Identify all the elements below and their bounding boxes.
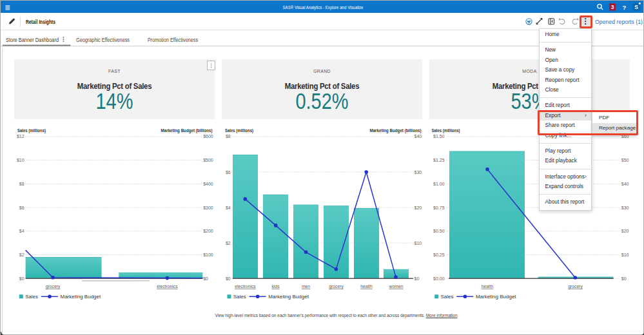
svg-text:$400: $400 bbox=[203, 182, 213, 186]
svg-text:$100: $100 bbox=[203, 253, 213, 257]
svg-text:$1.50: $1.50 bbox=[433, 134, 445, 139]
svg-text:health: health bbox=[360, 284, 373, 289]
svg-text:$30: $30 bbox=[621, 206, 629, 210]
svg-text:kids: kids bbox=[271, 284, 280, 289]
svg-text:$500: $500 bbox=[203, 158, 213, 162]
svg-text:$0: $0 bbox=[203, 276, 208, 281]
svg-text:$0: $0 bbox=[621, 276, 627, 281]
svg-text:$1.00: $1.00 bbox=[433, 182, 445, 186]
svg-text:Sales (millions): Sales (millions) bbox=[225, 128, 253, 133]
svg-text:$600: $600 bbox=[203, 134, 213, 139]
svg-text:women: women bbox=[389, 284, 404, 289]
svg-text:$300: $300 bbox=[203, 206, 213, 210]
svg-text:men: men bbox=[302, 284, 310, 289]
svg-text:$8: $8 bbox=[19, 182, 24, 186]
svg-text:$2: $2 bbox=[226, 241, 231, 245]
svg-text:$10: $10 bbox=[621, 253, 629, 257]
svg-text:$4: $4 bbox=[226, 206, 231, 210]
svg-text:$6: $6 bbox=[226, 170, 231, 175]
svg-text:electronics: electronics bbox=[157, 284, 178, 289]
svg-text:$10: $10 bbox=[17, 158, 24, 162]
svg-text:$30: $30 bbox=[415, 170, 422, 175]
svg-text:$0: $0 bbox=[226, 276, 231, 281]
svg-text:Marketing Budget: Marketing Budget bbox=[61, 294, 101, 300]
svg-text:$12: $12 bbox=[17, 134, 24, 139]
svg-text:grocery: grocery bbox=[329, 284, 344, 289]
svg-text:$200: $200 bbox=[203, 229, 213, 233]
svg-text:$20: $20 bbox=[415, 206, 422, 210]
svg-text:$0.25: $0.25 bbox=[433, 253, 445, 257]
svg-text:$0.75: $0.75 bbox=[433, 206, 445, 210]
svg-text:$0: $0 bbox=[415, 276, 420, 281]
svg-text:Sales (millions): Sales (millions) bbox=[432, 128, 460, 133]
svg-text:grocery: grocery bbox=[46, 284, 61, 289]
svg-text:$50: $50 bbox=[621, 158, 629, 162]
svg-text:$0: $0 bbox=[19, 276, 24, 281]
svg-text:$4: $4 bbox=[19, 229, 24, 233]
svg-text:Sales (millions): Sales (millions) bbox=[17, 128, 46, 133]
svg-text:Sales: Sales bbox=[233, 294, 246, 300]
svg-text:Sales: Sales bbox=[440, 294, 453, 300]
svg-text:Sales: Sales bbox=[25, 294, 38, 300]
svg-text:$20: $20 bbox=[621, 229, 629, 233]
svg-text:$0.50: $0.50 bbox=[433, 229, 445, 233]
svg-text:$8: $8 bbox=[226, 134, 231, 139]
svg-text:$40: $40 bbox=[621, 182, 629, 186]
svg-text:$40: $40 bbox=[415, 134, 422, 139]
svg-text:$6: $6 bbox=[19, 206, 24, 210]
svg-text:Marketing Budget (billions): Marketing Budget (billions) bbox=[161, 128, 213, 133]
svg-text:health: health bbox=[482, 284, 494, 289]
svg-text:$0.00: $0.00 bbox=[433, 276, 445, 281]
svg-text:Marketing Budget (billions): Marketing Budget (billions) bbox=[370, 128, 422, 133]
svg-text:$10: $10 bbox=[415, 241, 422, 245]
svg-text:$2: $2 bbox=[19, 253, 24, 257]
svg-text:grocery: grocery bbox=[568, 284, 583, 289]
svg-text:Marketing Budget: Marketing Budget bbox=[476, 294, 516, 300]
svg-text:$1.25: $1.25 bbox=[433, 158, 445, 162]
svg-text:electronics: electronics bbox=[235, 284, 256, 289]
svg-text:Marketing Budget: Marketing Budget bbox=[268, 294, 309, 300]
